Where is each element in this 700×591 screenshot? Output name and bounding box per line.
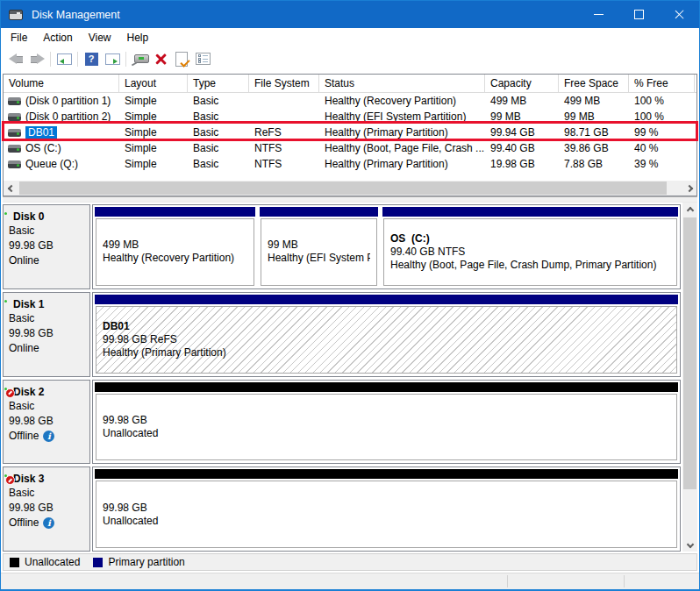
disk-2-partitions: 99.98 GB Unallocated: [92, 380, 681, 465]
column-header-type[interactable]: Type: [188, 75, 249, 92]
cell-layout: Simple: [119, 110, 188, 123]
delete-volume-button[interactable]: [150, 49, 171, 68]
show-action-pane-button[interactable]: [102, 49, 123, 68]
info-icon[interactable]: [43, 431, 54, 442]
disk-row-0: Disk 0 Basic 99.98 GB Online 499 MB Heal…: [3, 204, 681, 289]
volume-icon: [8, 113, 21, 121]
window-title: Disk Management: [32, 9, 120, 21]
disk-3-label[interactable]: Disk 3 Basic 99.98 GB Offline: [3, 466, 90, 552]
disk-1-label[interactable]: Disk 1 Basic 99.98 GB Online: [3, 292, 90, 377]
unallocated-space[interactable]: 99.98 GB Unallocated: [94, 468, 679, 550]
table-row[interactable]: (Disk 0 partition 2) Simple Basic Health…: [4, 109, 696, 125]
disk-size: 99.98 GB: [9, 502, 89, 515]
cell-pct-free: 39 %: [629, 158, 695, 170]
column-header-capacity[interactable]: Capacity: [485, 75, 559, 92]
disk-2-label[interactable]: Disk 2 Basic 99.98 GB Offline: [3, 380, 90, 465]
cell-status: Healthy (Primary Partition): [319, 158, 485, 170]
disk-0-label[interactable]: Disk 0 Basic 99.98 GB Online: [3, 204, 90, 289]
cell-status: Healthy (Recovery Partition): [319, 95, 485, 107]
rescan-disks-button[interactable]: [129, 49, 150, 68]
disk-type: Basic: [9, 400, 89, 413]
column-header-file-system[interactable]: File System: [249, 75, 319, 92]
vertical-scroll-thumb[interactable]: [683, 217, 696, 489]
help-icon: [85, 53, 98, 66]
volume-icon: [8, 97, 21, 105]
partition-color-bar: [95, 382, 678, 392]
menu-view[interactable]: View: [81, 29, 119, 46]
horizontal-scrollbar: [4, 181, 696, 196]
disk-type: Basic: [9, 312, 89, 325]
partition-recovery[interactable]: 499 MB Healthy (Recovery Partition): [94, 206, 256, 288]
scroll-up-button[interactable]: [682, 203, 697, 217]
console-tree-icon: [57, 53, 72, 65]
disk-3-partitions: 99.98 GB Unallocated: [92, 466, 681, 552]
column-header-pct-free[interactable]: % Free: [629, 75, 695, 92]
properties-icon: [196, 53, 211, 65]
forward-button[interactable]: [26, 49, 47, 68]
legend-label: Primary partition: [108, 556, 184, 568]
table-row[interactable]: Queue (Q:) Simple Basic NTFS Healthy (Pr…: [4, 156, 696, 172]
disk-type: Basic: [9, 487, 89, 500]
partition-status: Healthy (Boot, Page File, Crash Dump, Pr…: [390, 259, 670, 272]
table-row[interactable]: (Disk 0 partition 1) Simple Basic Health…: [4, 93, 696, 109]
scroll-down-button[interactable]: [682, 537, 697, 552]
cell-type: Basic: [188, 110, 249, 123]
table-row-selected[interactable]: DB01 Simple Basic ReFS Healthy (Primary …: [4, 125, 696, 140]
cell-file-system: NTFS: [249, 142, 319, 154]
horizontal-scroll-thumb[interactable]: [19, 182, 667, 195]
volume-name: (Disk 0 partition 2): [25, 110, 111, 123]
partition-color-bar: [95, 469, 678, 479]
chevron-right-icon: [685, 184, 692, 191]
help-button[interactable]: [81, 49, 102, 68]
cell-status: Healthy (EFI System Partition): [319, 110, 485, 123]
menu-action[interactable]: Action: [35, 29, 80, 46]
partition-db01[interactable]: DB01 99.98 GB ReFS Healthy (Primary Part…: [94, 294, 679, 375]
maximize-icon: [634, 10, 644, 19]
partition-status: Unallocated: [103, 515, 670, 528]
partition-os-c[interactable]: OS (C:) 99.40 GB NTFS Healthy (Boot, Pag…: [382, 206, 679, 288]
column-header-layout[interactable]: Layout: [119, 75, 188, 92]
delete-volume-icon: [154, 53, 168, 66]
minimize-button[interactable]: [578, 1, 618, 28]
table-row[interactable]: OS (C:) Simple Basic NTFS Healthy (Boot,…: [4, 140, 696, 156]
partition-efi[interactable]: 99 MB Healthy (EFI System Partition): [259, 206, 379, 288]
cell-pct-free: 99 %: [629, 126, 695, 139]
partition-size: 99 MB: [268, 239, 370, 252]
pane-splitter[interactable]: [3, 196, 697, 203]
info-icon[interactable]: [43, 517, 54, 529]
partition-size: 99.40 GB NTFS: [390, 246, 670, 259]
mark-active-button[interactable]: [171, 49, 192, 68]
cell-status: Healthy (Primary Partition): [319, 126, 485, 139]
legend-item-unallocated: Unallocated: [10, 556, 80, 568]
maximize-button[interactable]: [618, 1, 659, 28]
menu-file[interactable]: File: [3, 29, 35, 46]
status-bar-divider: [507, 575, 508, 587]
disk-row-3: Disk 3 Basic 99.98 GB Offline 99.98 GB U…: [3, 466, 681, 552]
scroll-right-button[interactable]: [682, 181, 696, 196]
disk-row-2: Disk 2 Basic 99.98 GB Offline 99.98 GB U…: [3, 380, 681, 465]
cell-free-space: 99 MB: [559, 110, 629, 123]
cell-capacity: 99.94 GB: [485, 126, 559, 139]
chevron-up-icon: [686, 206, 693, 213]
primary-partition-swatch: [93, 558, 103, 567]
column-header-free-space[interactable]: Free Space: [559, 75, 629, 92]
partition-size: 99.98 GB ReFS: [103, 333, 670, 346]
show-console-tree-button[interactable]: [54, 49, 75, 68]
column-header-status[interactable]: Status: [319, 75, 485, 92]
disk-size: 99.98 GB: [9, 239, 89, 253]
close-button[interactable]: [659, 1, 699, 28]
cell-free-space: 499 MB: [559, 95, 629, 107]
scroll-left-button[interactable]: [4, 181, 18, 196]
partition-status: Unallocated: [103, 427, 670, 440]
disk-name: Disk 1: [13, 298, 44, 310]
menu-help[interactable]: Help: [119, 29, 157, 46]
cell-type: Basic: [188, 95, 249, 107]
title-bar[interactable]: Disk Management: [1, 1, 699, 28]
disk-size: 99.98 GB: [9, 415, 89, 428]
partition-color-bar: [95, 295, 678, 304]
column-header-volume[interactable]: Volume: [4, 75, 119, 92]
partition-status: Healthy (Recovery Partition): [103, 252, 247, 265]
back-button[interactable]: [5, 49, 26, 68]
unallocated-space[interactable]: 99.98 GB Unallocated: [94, 381, 679, 463]
properties-button[interactable]: [192, 49, 213, 68]
